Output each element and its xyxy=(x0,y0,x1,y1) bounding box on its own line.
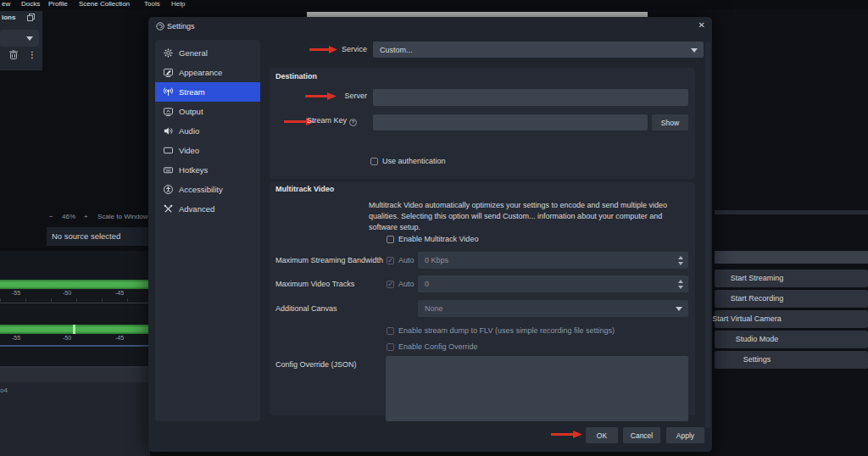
zoom-in-button[interactable]: + xyxy=(84,213,88,220)
keyboard-icon xyxy=(164,165,173,175)
dock-title-bar xyxy=(715,251,868,264)
multitrack-title: Multitrack Video xyxy=(275,185,334,193)
server-label: Server xyxy=(316,92,367,100)
start-streaming-button[interactable]: Start Streaming xyxy=(715,270,868,287)
sidebar-item-video[interactable]: Video xyxy=(155,141,260,160)
chevron-down-icon xyxy=(676,307,682,311)
no-source-status: No source selected xyxy=(47,227,150,246)
config-json-label: Config Override (JSON) xyxy=(275,360,357,369)
sidebar-item-stream[interactable]: Stream xyxy=(155,82,260,102)
studio-mode-button[interactable]: Studio Mode xyxy=(715,331,868,348)
slider-tickmarks xyxy=(0,298,150,302)
additional-canvas-label: Additional Canvas xyxy=(275,304,337,313)
max-bandwidth-input[interactable]: 0 Kbps xyxy=(418,252,688,269)
sidebar-item-audio[interactable]: Audio xyxy=(155,121,260,141)
volume-meter-2 xyxy=(0,325,150,334)
display-share-icon xyxy=(164,107,173,116)
flv-dump-checkbox[interactable]: Enable stream dump to FLV (uses simple r… xyxy=(387,326,615,335)
sidebar-item-output[interactable]: Output xyxy=(155,102,260,121)
start-recording-button[interactable]: Start Recording xyxy=(715,290,868,308)
trash-icon[interactable] xyxy=(9,50,18,59)
stream-key-label: Stream Key? xyxy=(287,116,357,126)
spinner-icon[interactable] xyxy=(676,252,685,269)
multitrack-description: Multitrack Video automatically optimizes… xyxy=(369,200,689,233)
preview-zoom-controls: − 46% + Scale to Window xyxy=(47,212,150,224)
max-tracks-input[interactable]: 0 xyxy=(418,275,688,292)
appearance-icon xyxy=(164,68,173,77)
start-virtual-camera-button[interactable]: Start Virtual Camera xyxy=(715,310,868,328)
meter-peak-indicator xyxy=(73,325,75,334)
sidebar-item-appearance[interactable]: Appearance xyxy=(155,63,260,82)
menu-item-scene-collection[interactable]: Scene Collection xyxy=(79,0,130,8)
menu-item-help[interactable]: Help xyxy=(171,0,185,8)
multitrack-group: Multitrack Video Multitrack Video automa… xyxy=(270,182,695,415)
gear-icon xyxy=(164,48,173,58)
checkbox-icon xyxy=(387,327,394,335)
audio-mixer-panel: -55 -50 -45 -55 -50 -45 xyxy=(0,251,150,366)
transition-select[interactable] xyxy=(0,30,39,47)
sidebar-item-advanced[interactable]: Advanced xyxy=(155,199,260,219)
config-override-checkbox[interactable]: Enable Config Override xyxy=(387,342,478,351)
checkbox-icon xyxy=(387,343,394,351)
antenna-icon xyxy=(164,87,173,97)
tracks-auto-checkbox[interactable]: Auto xyxy=(387,280,415,288)
close-icon[interactable]: ✕ xyxy=(698,20,705,30)
zoom-level: 46% xyxy=(62,213,75,220)
config-json-textarea[interactable] xyxy=(386,356,688,421)
scale-to-window-button[interactable]: Scale to Window xyxy=(97,213,148,220)
bandwidth-auto-checkbox[interactable]: Auto xyxy=(387,256,415,264)
service-dropdown[interactable]: Custom... xyxy=(373,42,704,58)
destination-group: Destination Server Stream Key? Show Use … xyxy=(270,68,695,179)
dock-header-bar xyxy=(0,368,150,382)
sidebar-item-general[interactable]: General xyxy=(155,43,260,63)
volume-meter-1 xyxy=(0,280,150,289)
ok-button[interactable]: OK xyxy=(586,427,618,443)
menu-item-tools[interactable]: Tools xyxy=(144,0,160,8)
server-input[interactable] xyxy=(373,89,688,106)
menu-item-docks[interactable]: Docks xyxy=(21,0,40,8)
service-label: Service xyxy=(309,45,367,53)
clipped-text: o4 xyxy=(0,386,8,394)
checkbox-icon xyxy=(370,158,378,165)
apply-button[interactable]: Apply xyxy=(666,427,704,443)
speaker-icon xyxy=(164,126,173,136)
volume-slider-1[interactable] xyxy=(0,303,150,303)
menu-item-view[interactable]: ew xyxy=(2,0,10,8)
destination-title: Destination xyxy=(275,72,317,81)
spinner-icon[interactable] xyxy=(676,275,685,292)
scene-transitions-panel: ions ⋮ xyxy=(0,11,42,70)
settings-button[interactable]: Settings xyxy=(715,351,868,369)
meter-2-scale: -55 -50 -45 xyxy=(0,335,150,342)
sidebar-item-accessibility[interactable]: Accessibility xyxy=(155,180,260,199)
menu-item-profile[interactable]: Profile xyxy=(48,0,68,8)
annotation-arrow-ok xyxy=(551,431,582,438)
cancel-button[interactable]: Cancel xyxy=(623,427,660,443)
meter-1-scale: -55 -50 -45 xyxy=(0,290,150,298)
chevron-down-icon xyxy=(691,48,698,53)
show-key-button[interactable]: Show xyxy=(652,114,688,131)
duplicate-icon[interactable] xyxy=(27,14,35,21)
obs-window: ew Docks Profile Scene Collection Tools … xyxy=(0,0,868,456)
additional-canvas-dropdown[interactable]: None xyxy=(418,300,688,317)
dialog-scrollbar[interactable] xyxy=(705,42,710,428)
stream-key-input[interactable] xyxy=(373,114,648,131)
sidebar-item-hotkeys[interactable]: Hotkeys xyxy=(155,160,260,180)
help-icon[interactable]: ? xyxy=(349,119,357,126)
menu-bar: ew Docks Profile Scene Collection Tools … xyxy=(0,0,868,9)
checkbox-icon xyxy=(387,236,394,243)
enable-multitrack-checkbox[interactable]: Enable Multitrack Video xyxy=(387,235,478,243)
settings-dialog: Settings ✕ General Appearance Stream Out… xyxy=(148,17,712,452)
controls-dock: Start Streaming Start Recording Start Vi… xyxy=(704,9,868,456)
obs-logo-icon xyxy=(156,22,164,31)
dock-divider xyxy=(715,210,868,214)
panel-title: ions xyxy=(2,14,15,21)
volume-slider-2[interactable] xyxy=(0,345,150,347)
checkbox-checked-icon xyxy=(387,257,394,264)
use-authentication-checkbox[interactable]: Use authentication xyxy=(370,157,446,165)
bottom-dock: o4 xyxy=(0,366,150,456)
monitor-icon xyxy=(164,146,173,155)
zoom-out-button[interactable]: − xyxy=(49,213,53,220)
kebab-menu-icon[interactable]: ⋮ xyxy=(28,50,36,59)
tools-icon xyxy=(164,204,173,214)
max-bandwidth-label: Maximum Streaming Bandwidth xyxy=(275,256,383,264)
